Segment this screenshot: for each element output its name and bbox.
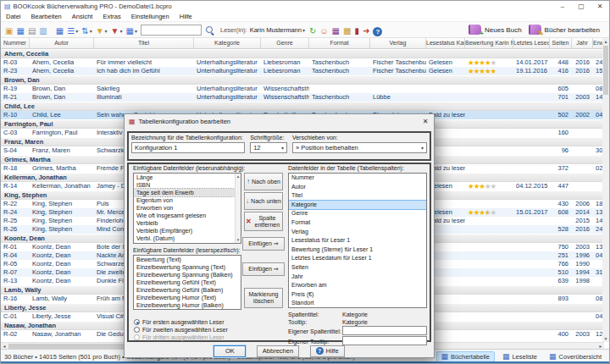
list-item[interactable]: Eigentum von [134,196,235,204]
scroll-up-icon[interactable]: ▲ [602,38,609,45]
list-item[interactable]: Einzelbewertung Gefühl (Text) [134,279,241,286]
row-layout-button[interactable]: ☰▾ [66,25,79,37]
open-folder-button[interactable]: ▣ [4,25,14,37]
reader-specific-fields-list[interactable]: Bewertung (Text)Einzelbewertung Spannung… [133,255,241,310]
move-mode-select[interactable]: » Position beibehalten▾ [292,142,427,153]
dialog-close-icon[interactable]: ✕ [417,118,434,125]
independent-fields-list[interactable]: ▲▼ LängeISBNTage seit dem ErwerbEigentum… [133,173,241,244]
filter-clear-button[interactable]: ▼▾ [110,25,124,37]
list-item[interactable]: Länge [134,174,235,181]
list-item[interactable]: Standort [289,299,426,308]
list-item[interactable]: Letztes Lesedatum für Leser 1 [289,254,426,263]
print-preview-button[interactable]: ▥ [38,25,47,37]
reader-radio-2[interactable]: Für zweiten ausgewählten Leser [134,326,228,334]
reader-radio-3[interactable]: Für dritten ausgewählten Leser [134,334,228,341]
list-item[interactable]: Einzelbewertung Spannung (Text) [134,263,241,271]
list-item[interactable]: Einzelbewertung Humor (Text) [134,294,241,301]
search-icon[interactable] [204,25,215,36]
scroll-down-icon[interactable]: ▼ [602,335,609,342]
column-header-autor[interactable]: Autor [30,38,94,49]
list-item[interactable]: Preis (€) [289,290,426,300]
column-header-jahr[interactable]: Jahr [572,38,593,49]
column-header-lesestatus-karin-m[interactable]: Lesestatus Karin M [426,38,465,49]
table-search-button[interactable]: ▦▾ [125,25,138,37]
column-header-kategorie[interactable]: Kategorie [194,38,261,49]
group-header-row[interactable]: Child, Lee [1,102,604,111]
list-item[interactable]: Kategorie [289,201,426,210]
reader-profile-button[interactable]: ☺ [319,25,329,37]
config-name-input[interactable] [131,142,245,153]
menu-item-bearbeiten[interactable]: Bearbeiten [26,13,67,20]
book-red-button[interactable]: ▮ [353,25,360,37]
new-book-button[interactable]: + Neues Buch [469,25,522,35]
clear-selection-button[interactable]: Markierung löschen [244,288,283,308]
column-header-genre[interactable]: Genre [261,38,309,49]
table-row[interactable]: R-23Ahern, CeceliaIch hab dich im Gefühl… [1,67,604,75]
filter-edit-button[interactable]: ▼▾ [95,25,108,37]
maximize-button[interactable]: ▢ [572,3,591,10]
menu-item-ansicht[interactable]: Ansicht [67,13,98,20]
list-item[interactable]: Erworben am [289,281,426,290]
custom-title-input[interactable] [342,326,427,335]
list-item[interactable]: Verlag [289,228,426,237]
list-item[interactable]: Erworben von [134,204,235,212]
group-header-row[interactable]: Ahern, Cecelia [1,50,604,58]
column-header-seiten[interactable]: Seiten [550,38,572,49]
edit-books-button[interactable]: ✎ Bücher bearbeiten [529,25,600,35]
list-item[interactable]: Einzelbewertung Spannung (Balken) [134,271,241,279]
search-input[interactable] [141,25,202,36]
vertical-scrollbar[interactable]: ▲ ▼ [602,38,609,342]
save-button[interactable]: ▦ [15,25,25,37]
table-row[interactable]: R-21Brown, DanIlluminatiUnterhaltungslit… [1,93,604,102]
list-item[interactable]: Lesestatus für Leser 1 [289,236,426,245]
column-header-letztes-lesedatu[interactable]: Letztes Lesedatu [513,38,550,49]
group-header-row[interactable]: Brown, Dan [1,76,604,85]
list-item[interactable]: Wie oft insgesamt gelesen [134,212,235,219]
reader-selector[interactable]: Leser(in): Karin Mustermann ▾ [220,26,305,34]
menu-item-einstellungen[interactable]: Einstellungen [126,13,175,20]
column-header-nummer[interactable]: Nummer [1,38,30,49]
list-item[interactable]: Autor [289,183,426,192]
menu-item-extras[interactable]: Extras [97,13,125,20]
move-down-button[interactable]: ↓Nach unten [244,192,283,210]
move-up-button[interactable]: ↑Nach oben [244,173,283,190]
column-header-bewertung-karin-m-[interactable]: Bewertung Karin M. [465,38,513,49]
list-item[interactable]: Verbleib [134,219,235,227]
column-header-verlag[interactable]: Verlag [370,38,426,49]
list-item[interactable]: Seiten [289,263,426,273]
table-view-button[interactable]: ▦ [55,25,64,37]
column-header-titel[interactable]: Titel [94,38,194,49]
list-item[interactable]: Tage seit dem Erwerb [134,189,235,196]
list-item[interactable]: Verbleib (Zusammenfassung) [134,242,235,244]
list-item[interactable]: ISBN [134,181,235,189]
insert-reader-button[interactable]: Einfügen ⇒ [242,262,285,276]
view-tab-coverübersicht[interactable]: ▦Coverübersicht [545,352,606,361]
close-button[interactable]: ✕ [591,3,609,10]
list-item[interactable]: Genre [289,209,426,218]
column-header-format[interactable]: Format [309,38,370,49]
list-item[interactable]: Verbleib (Empfänger) [134,227,235,234]
table-row[interactable]: R-19Brown, DanSakrilegUnterhaltungsliter… [1,85,604,93]
table-columns-list[interactable]: NummerAutorTitelKategorieGenreFormatVerl… [288,173,427,308]
ok-button[interactable]: OK [214,345,246,357]
list-item[interactable]: Nummer [289,174,426,183]
list-item[interactable]: Einzelbewertung Gefühl (Balken) [134,286,241,294]
view-tab-leseliste[interactable]: ▦Leseliste [498,352,541,361]
list-item[interactable]: Verbl. (Datum) [134,234,235,242]
insert-independent-button[interactable]: Einfügen ⇒ [242,237,285,251]
help-button[interactable]: ? [372,25,383,38]
menu-item-datei[interactable]: Datei [1,13,26,20]
table-row[interactable]: R-03Ahern, CeceliaFür immer vielleichtUn… [1,58,604,67]
vertical-scroll-thumb[interactable] [603,46,608,95]
font-size-select[interactable]: 12▾ [250,142,287,153]
remove-column-button[interactable]: ✕Spalte entfernen [244,212,283,231]
help-button[interactable]: ? Hilfe [310,345,345,357]
view-tab-büchertabelle[interactable]: ▦Büchertabelle [436,351,495,362]
list-item[interactable]: Format [289,218,426,228]
statistics-button[interactable]: ▦ [331,25,341,37]
image-button[interactable]: ▩ [342,25,352,37]
minimize-button[interactable]: – [553,3,572,10]
list-item[interactable]: Titel [289,191,426,201]
list-item[interactable]: Bewertung (Text) [134,256,241,263]
list-item[interactable]: Jahr [289,273,426,282]
